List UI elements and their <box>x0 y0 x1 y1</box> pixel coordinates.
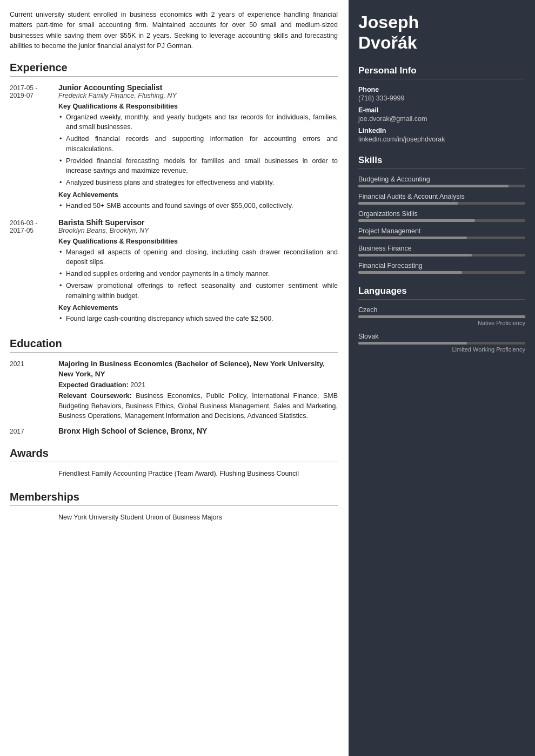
education-item: 2017Bronx High School of Science, Bronx,… <box>10 427 338 435</box>
list-item: Handled 50+ SMB accounts and found savin… <box>58 201 338 211</box>
experience-list: 2017-05 - 2019-07Junior Accounting Speci… <box>10 83 338 326</box>
skill-bar-fill <box>358 185 509 187</box>
experience-date: 2016-03 - 2017-05 <box>10 218 58 326</box>
skill-name: Project Management <box>358 227 525 235</box>
candidate-name: Joseph Dvořák <box>358 12 525 53</box>
skill-item: Business Finance <box>358 245 525 256</box>
skill-item: Budgeting & Accounting <box>358 176 525 187</box>
achievements-list: Handled 50+ SMB accounts and found savin… <box>58 201 338 211</box>
experience-item: 2017-05 - 2019-07Junior Accounting Speci… <box>10 83 338 213</box>
language-name: Czech <box>358 306 525 314</box>
skill-item: Financial Audits & Account Analysis <box>358 193 525 205</box>
email-label: E-mail <box>358 106 525 114</box>
summary-text: Current university student enrolled in b… <box>10 10 338 52</box>
skill-bar-background <box>358 202 525 205</box>
skill-bar-fill <box>358 254 472 256</box>
left-column: Current university student enrolled in b… <box>0 0 349 756</box>
skills-title: Skills <box>358 155 525 169</box>
skill-bar-background <box>358 254 525 256</box>
job-title: Junior Accounting Specialist <box>58 83 338 92</box>
education-date: 2021 <box>10 359 58 421</box>
memberships-title: Memberships <box>10 491 338 506</box>
memberships-section: Memberships New York University Student … <box>10 491 338 523</box>
education-coursework: Relevant Coursework: Business Economics,… <box>58 391 338 421</box>
skill-item: Financial Forecasting <box>358 262 525 274</box>
qualifications-heading: Key Qualifications & Responsibilities <box>58 238 338 245</box>
language-bar-background <box>358 342 525 345</box>
achievements-heading: Key Achievements <box>58 191 338 199</box>
awards-text: Friendliest Family Accounting Practice (… <box>58 469 338 479</box>
awards-title: Awards <box>10 447 338 462</box>
skill-name: Business Finance <box>358 245 525 252</box>
skill-bar-fill <box>358 202 458 205</box>
list-item: Handled supplies ordering and vendor pay… <box>58 269 338 279</box>
skill-bar-fill <box>358 271 462 274</box>
qualifications-heading: Key Qualifications & Responsibilities <box>58 103 338 110</box>
skill-bar-fill <box>358 219 475 222</box>
personal-info-section: Personal Info Phone (718) 333-9999 E-mai… <box>358 65 525 143</box>
job-title: Barista Shift Supervisor <box>58 218 338 227</box>
skill-name: Financial Audits & Account Analysis <box>358 193 525 200</box>
list-item: Managed all aspects of opening and closi… <box>58 247 338 268</box>
education-title: Education <box>10 338 338 353</box>
right-column: Joseph Dvořák Personal Info Phone (718) … <box>349 0 535 756</box>
linkedin-label: LinkedIn <box>358 127 525 134</box>
skill-bar-background <box>358 219 525 222</box>
skill-bar-background <box>358 185 525 187</box>
education-degree: Majoring in Business Economics (Bachelor… <box>58 359 338 380</box>
skill-name: Financial Forecasting <box>358 262 525 269</box>
experience-date: 2017-05 - 2019-07 <box>10 83 58 213</box>
skill-item: Project Management <box>358 227 525 239</box>
qualifications-list: Managed all aspects of opening and closi… <box>58 247 338 301</box>
languages-list: CzechNative ProficiencySlovakLimited Wor… <box>358 306 525 353</box>
experience-section: Experience 2017-05 - 2019-07Junior Accou… <box>10 62 338 326</box>
personal-info-title: Personal Info <box>358 65 525 79</box>
phone-label: Phone <box>358 86 525 93</box>
education-date: 2017 <box>10 427 58 435</box>
list-item: Audited financial records and supporting… <box>58 134 338 154</box>
skill-name: Budgeting & Accounting <box>358 176 525 183</box>
list-item: Oversaw promotional offerings to reflect… <box>58 281 338 301</box>
skill-item: Organizations Skills <box>358 210 525 222</box>
skills-list: Budgeting & AccountingFinancial Audits &… <box>358 176 525 274</box>
list-item: Found large cash-counting discrepancy wh… <box>58 314 338 324</box>
skill-name: Organizations Skills <box>358 210 525 218</box>
education-school: Bronx High School of Science, Bronx, NY <box>58 427 338 435</box>
list-item: Organized weekly, monthly, and yearly bu… <box>58 112 338 133</box>
experience-title: Experience <box>10 62 338 77</box>
skill-bar-fill <box>358 237 467 239</box>
education-expected: Expected Graduation: 2021 <box>58 381 338 389</box>
memberships-text: New York University Student Union of Bus… <box>58 512 338 523</box>
qualifications-list: Organized weekly, monthly, and yearly bu… <box>58 112 338 188</box>
languages-title: Languages <box>358 286 525 300</box>
language-name: Slovak <box>358 333 525 340</box>
achievements-heading: Key Achievements <box>58 304 338 312</box>
language-proficiency: Native Proficiency <box>358 320 525 326</box>
education-item: 2021Majoring in Business Economics (Bach… <box>10 359 338 421</box>
skills-section: Skills Budgeting & AccountingFinancial A… <box>358 155 525 274</box>
email-value: joe.dvorak@gmail.com <box>358 115 525 123</box>
language-bar-background <box>358 315 525 318</box>
education-section: Education 2021Majoring in Business Econo… <box>10 338 338 435</box>
experience-item: 2016-03 - 2017-05Barista Shift Superviso… <box>10 218 338 326</box>
language-bar-fill <box>358 315 525 318</box>
language-proficiency: Limited Working Proficiency <box>358 346 525 353</box>
skill-bar-background <box>358 271 525 274</box>
phone-value: (718) 333-9999 <box>358 94 525 102</box>
language-bar-fill <box>358 342 467 345</box>
linkedin-value: linkedin.com/in/josephdvorak <box>358 136 525 143</box>
education-list: 2021Majoring in Business Economics (Bach… <box>10 359 338 435</box>
languages-section: Languages CzechNative ProficiencySlovakL… <box>358 286 525 353</box>
list-item: Provided financial forecasting models fo… <box>58 156 338 177</box>
language-item: CzechNative Proficiency <box>358 306 525 326</box>
language-item: SlovakLimited Working Proficiency <box>358 333 525 353</box>
job-company: Frederick Family Finance, Flushing, NY <box>58 92 338 99</box>
name-block: Joseph Dvořák <box>358 12 525 53</box>
job-company: Brooklyn Beans, Brooklyn, NY <box>58 227 338 234</box>
skill-bar-background <box>358 237 525 239</box>
awards-section: Awards Friendliest Family Accounting Pra… <box>10 447 338 479</box>
achievements-list: Found large cash-counting discrepancy wh… <box>58 314 338 324</box>
list-item: Analyzed business plans and strategies f… <box>58 178 338 188</box>
